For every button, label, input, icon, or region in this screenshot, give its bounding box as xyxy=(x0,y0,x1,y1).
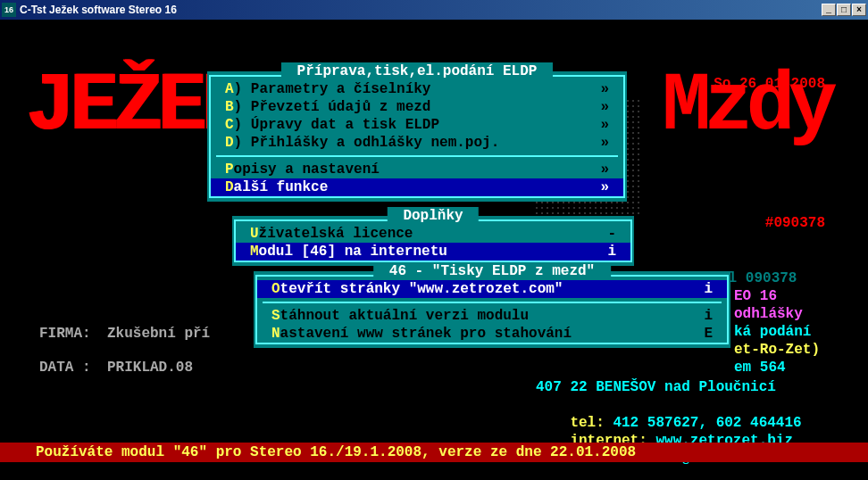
firma-value: Zkušební pří xyxy=(107,325,210,343)
text-frag-1: odhlášky xyxy=(734,305,803,323)
menu-tisky-eldp: 46 - "Tisky ELDP z mezd" Otevřít stránky… xyxy=(254,271,730,348)
close-button[interactable]: × xyxy=(852,4,866,16)
minimize-button[interactable]: _ xyxy=(822,4,836,16)
menu-item-nastaveni-www[interactable]: Nastavení www stránek pro stahováníE xyxy=(257,325,727,343)
menu-tisky-title: 46 - "Tisky ELDP z mezd" xyxy=(373,262,611,280)
product-fragment: EO 16 xyxy=(734,287,777,305)
menu-doplnky: Doplňky Uživatelská licence- Modul [46] … xyxy=(232,216,634,266)
menu-item-popisy[interactable]: Popisy a nastavení» xyxy=(211,161,623,178)
menu-item-otevrit-stranky[interactable]: Otevřít stránky "www.zetrozet.com"i xyxy=(257,280,727,298)
menu-item-licence[interactable]: Uživatelská licence- xyxy=(236,225,630,243)
menu-item-d[interactable]: D) Přihlášky a odhlášky nem.poj.» xyxy=(211,134,623,152)
window-titlebar: 16 C-Tst Ježek software Stereo 16 _ □ × xyxy=(0,0,868,20)
terminal-screen: So 26.01.2008 JEŽEK Mzdy #090378 Uživate… xyxy=(0,20,868,480)
menu-eldp-title: Příprava,tisk,el.podání ELDP xyxy=(281,62,553,80)
menu-item-c[interactable]: C) Úpravy dat a tisk ELDP» xyxy=(211,116,623,134)
text-frag-2: ká podání xyxy=(734,323,811,341)
serial-number: #090378 xyxy=(765,214,825,232)
menu-item-stahnout[interactable]: Stáhnout aktuální verzi modului xyxy=(257,307,727,325)
menu-item-modul-internet[interactable]: Modul [46] na internetui xyxy=(236,243,630,261)
menu-item-dalsi-funkce[interactable]: Další funkce» xyxy=(211,178,623,196)
status-bar: Používáte modul "46" pro Stereo 16./19.1… xyxy=(0,443,868,462)
data-value: PRIKLAD.08 xyxy=(107,359,193,377)
app-icon: 16 xyxy=(2,3,16,17)
menu-item-b[interactable]: B) Převzetí údajů z mezd» xyxy=(211,98,623,116)
text-frag-3: et-Ro-Zet) xyxy=(734,341,820,359)
menu-doplnky-title: Doplňky xyxy=(388,207,479,225)
menu-eldp: Příprava,tisk,el.podání ELDP A) Parametr… xyxy=(207,71,627,202)
data-label: DATA : xyxy=(39,359,91,377)
address: 407 22 BENEŠOV nad Ploučnicí xyxy=(536,378,776,396)
maximize-button[interactable]: □ xyxy=(837,4,851,16)
logo-mzdy: Mzdy xyxy=(662,98,830,116)
firma-label: FIRMA: xyxy=(39,325,91,343)
window-title: C-Tst Ježek software Stereo 16 xyxy=(20,4,822,16)
menu-item-a[interactable]: A) Parametry a číselníky» xyxy=(211,80,623,98)
menu-separator xyxy=(263,302,722,303)
text-frag-4: em 564 xyxy=(734,359,786,377)
menu-separator xyxy=(216,155,618,157)
